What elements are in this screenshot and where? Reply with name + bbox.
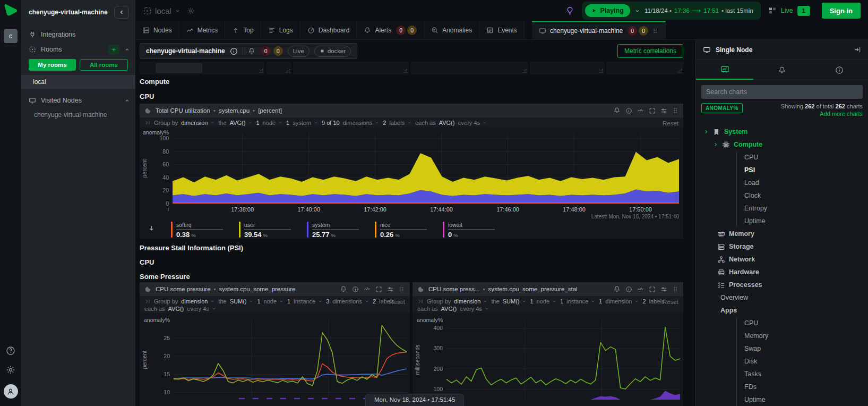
anomalies-icon[interactable] — [637, 107, 644, 114]
control-segment[interactable]: each as — [144, 306, 165, 312]
chevron-down-icon[interactable] — [313, 120, 319, 125]
drag-dots-icon[interactable] — [399, 286, 405, 292]
user-avatar[interactable] — [4, 384, 18, 399]
tree-item-memory[interactable]: Memory — [736, 329, 868, 342]
psi-percent-chart-plot[interactable]: 25201510anomaly%percent — [140, 313, 410, 402]
tree-item-apps[interactable]: Apps — [696, 304, 868, 317]
tab-alerts[interactable] — [753, 60, 811, 80]
sign-in-button[interactable]: Sign in — [822, 3, 861, 19]
legend-sort-icon[interactable] — [148, 225, 155, 232]
chevron-down-icon[interactable] — [521, 299, 527, 304]
cpu-chart-header[interactable]: Total CPU utilization• system.cpu• [perc… — [140, 104, 683, 117]
resize-handle-icon[interactable] — [598, 67, 604, 73]
tree-item-processes[interactable]: Processes — [696, 278, 868, 291]
control-segment[interactable]: AVG() — [439, 120, 455, 126]
tab-dashboard[interactable]: Dashboard — [300, 21, 357, 39]
chevron-down-icon[interactable] — [210, 120, 215, 125]
collapsed-chart-cell[interactable] — [606, 62, 683, 74]
info-icon[interactable] — [625, 107, 632, 114]
alert-icon[interactable] — [613, 107, 621, 114]
tree-item-compute[interactable]: Compute — [696, 138, 868, 151]
tree-item-cpu[interactable]: CPU — [736, 317, 868, 329]
chevron-down-icon[interactable] — [210, 299, 215, 304]
alert-icon[interactable] — [613, 285, 621, 293]
sidebar-collapse-button[interactable] — [114, 6, 129, 19]
control-segment[interactable]: Group by — [427, 298, 451, 304]
chevron-down-icon[interactable] — [211, 306, 217, 311]
filters-icon[interactable] — [387, 286, 394, 293]
collapsed-chart-cell[interactable] — [140, 62, 264, 74]
tree-item-swap[interactable]: Swap — [736, 342, 868, 355]
cpu-chart-controls[interactable]: Group bydimensiontheAVG()1node1system9 o… — [140, 117, 683, 127]
netdata-logo[interactable] — [3, 3, 19, 19]
my-rooms-button[interactable]: My rooms — [29, 59, 76, 71]
control-segment[interactable]: every 4s — [460, 306, 482, 312]
control-segment[interactable]: 1 — [286, 120, 289, 126]
chevron-down-icon[interactable] — [482, 120, 487, 125]
tree-item-clock[interactable]: Clock — [736, 189, 868, 202]
chevron-down-icon[interactable] — [634, 299, 639, 304]
cpu-chart-plot[interactable]: 100806040200anomaly%ipercent17:38:0017:4… — [140, 127, 683, 214]
collapsed-chart-cell[interactable] — [266, 62, 291, 74]
info-icon[interactable] — [352, 286, 359, 293]
control-segment[interactable]: dimension — [181, 120, 208, 126]
space-selector[interactable]: local — [143, 6, 181, 15]
expand-icon[interactable] — [375, 286, 382, 293]
settings-gear-icon[interactable] — [6, 365, 15, 375]
metric-correlations-button[interactable]: Metric correlations — [617, 44, 683, 58]
control-segment[interactable]: 1 — [599, 298, 602, 304]
control-segment[interactable]: 2 — [642, 298, 646, 304]
control-segment[interactable]: AVG() — [168, 306, 184, 312]
legend-item-user[interactable]: user39.54% — [239, 222, 291, 239]
control-segment[interactable]: dimension — [605, 298, 632, 304]
resize-handle-icon[interactable] — [521, 67, 527, 73]
resize-handle-icon[interactable] — [676, 67, 682, 73]
control-segment[interactable]: system — [293, 120, 311, 126]
workspace-avatar[interactable]: c — [4, 29, 18, 43]
node-docker-pill[interactable]: docker — [314, 46, 351, 57]
add-room-button[interactable] — [108, 45, 119, 55]
search-charts-input[interactable] — [701, 85, 863, 99]
tab-charts[interactable] — [696, 60, 753, 80]
control-segment[interactable]: Group by — [154, 298, 178, 304]
legend-item-system[interactable]: system25.77% — [307, 222, 359, 239]
sidebar-item-rooms[interactable]: Rooms — [21, 42, 135, 57]
psi-percent-chart-controls[interactable]: Group bydimensiontheSUM()1node1instance3… — [140, 296, 410, 313]
chevron-down-icon[interactable] — [278, 120, 283, 125]
tab-node-active[interactable]: chenyuge-virtual-machine00 — [532, 21, 666, 39]
tab-events[interactable]: Events — [479, 21, 525, 39]
control-segment[interactable]: dimension — [454, 298, 480, 304]
anomalies-icon[interactable] — [637, 286, 644, 293]
chevron-down-icon[interactable] — [552, 299, 557, 304]
space-settings-gear-icon[interactable] — [187, 7, 195, 15]
control-segment[interactable]: SUM() — [230, 298, 247, 304]
tab-anomalies[interactable]: Anomalies — [424, 21, 479, 39]
control-segment[interactable]: 1 — [257, 298, 260, 304]
chevron-down-icon[interactable] — [407, 120, 412, 125]
control-segment[interactable]: instance — [566, 298, 588, 304]
control-segment[interactable]: dimensions — [332, 298, 362, 304]
tree-item-uptime[interactable]: Uptime — [736, 393, 868, 406]
visited-nodes-chevron-icon[interactable] — [124, 98, 130, 104]
control-segment[interactable]: 1 — [256, 120, 259, 126]
control-segment[interactable]: 3 — [326, 298, 329, 304]
live-node-count-badge[interactable]: 1 — [797, 6, 810, 16]
drag-dots-icon[interactable] — [672, 107, 678, 114]
resize-handle-icon[interactable] — [285, 67, 290, 73]
node-header-pill[interactable]: chenyuge-virtual-machine 0 0 Live docker — [140, 43, 357, 59]
control-segment[interactable]: 9 of 10 — [322, 120, 340, 126]
control-segment[interactable]: each as — [415, 120, 436, 126]
chevron-right-icon[interactable] — [703, 129, 709, 134]
legend-item-iowait[interactable]: iowait0% — [443, 222, 495, 239]
playing-button[interactable]: Playing — [585, 4, 630, 17]
tab-logs[interactable]: Logs — [261, 21, 300, 39]
rooms-collapse-chevron-icon[interactable] — [124, 47, 130, 53]
chevron-down-icon[interactable] — [590, 299, 596, 304]
collapsed-chart-cell[interactable] — [410, 62, 528, 74]
anomaly-filter-badge[interactable]: ANOMALY% — [701, 103, 743, 113]
control-segment[interactable]: AVG() — [230, 120, 246, 126]
expand-icon[interactable] — [649, 107, 656, 114]
tree-item-disk[interactable]: Disk — [736, 355, 868, 368]
control-segment[interactable]: node — [264, 298, 277, 304]
add-more-charts-link[interactable]: Add more charts — [781, 111, 863, 117]
